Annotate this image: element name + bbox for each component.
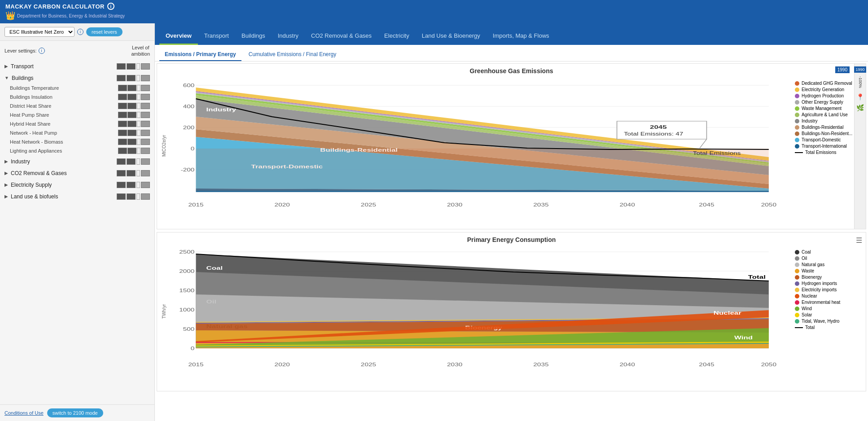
switch-2100-button[interactable]: switch to 2100 mode	[47, 408, 103, 417]
lever-group-buildings: ▼ Buildings Buildings Temperature	[0, 73, 154, 155]
nav-imports[interactable]: Imports, Map & Flows	[487, 27, 556, 45]
chart1-right-panel: 1990 -100% 📍 🌿	[854, 64, 866, 229]
svg-text:500: 500	[183, 327, 195, 332]
heat-network-biomass-label: Heat Network - Biomass	[10, 139, 63, 145]
ghg-chart-title: Greenhouse Gas Emissions	[157, 64, 866, 76]
nav-buildings[interactable]: Buildings	[235, 27, 272, 45]
svg-text:2035: 2035	[533, 202, 548, 208]
badge-1990-right[interactable]: 1990	[854, 66, 866, 73]
pathway-selector[interactable]: ESC Illustrative Net Zero Custom	[4, 27, 75, 37]
svg-text:2030: 2030	[447, 202, 462, 208]
buildings-insulation-label: Buildings Insulation	[10, 94, 53, 100]
subtab-cumulative[interactable]: Cumulative Emissions / Final Energy	[243, 48, 342, 61]
legend-natural-gas: Natural gas	[795, 262, 861, 267]
legend-waste: Waste	[795, 268, 861, 273]
lever-group-industry: ▶ Industry	[0, 156, 154, 167]
svg-text:2045: 2045	[699, 202, 714, 208]
network-heat-pump-label: Network - Heat Pump	[10, 130, 57, 136]
nav-industry[interactable]: Industry	[272, 27, 305, 45]
lever-group-buildings-label: Buildings	[12, 75, 34, 81]
legend-wind: Wind	[795, 306, 861, 311]
energy-legend: Coal Oil Natural gas Waste	[789, 250, 861, 377]
energy-y-label: TWh/yr	[162, 245, 167, 377]
sidebar-footer: Conditions of Use switch to 2100 mode	[0, 404, 154, 421]
heat-pump-slider[interactable]	[118, 112, 150, 118]
lever-group-electricity-label: Electricity Supply	[11, 182, 52, 188]
lighting-slider[interactable]	[118, 148, 150, 154]
buildings-slider[interactable]	[117, 75, 150, 81]
landuse-slider[interactable]	[117, 193, 150, 200]
lever-group-transport-header[interactable]: ▶ Transport	[0, 61, 154, 72]
buildings-temp-label: Buildings Temperature	[10, 85, 59, 91]
lever-group-transport: ▶ Transport	[0, 61, 154, 72]
lever-group-industry-label: Industry	[11, 158, 30, 165]
lever-group-landuse: ▶ Land use & biofuels	[0, 191, 154, 202]
legend-ghg-removal: Dedicated GHG Removal	[795, 81, 861, 86]
svg-text:2500: 2500	[179, 250, 194, 255]
buildings-temp-slider[interactable]	[118, 85, 150, 91]
svg-text:1000: 1000	[179, 307, 194, 313]
svg-text:2050: 2050	[761, 202, 776, 208]
svg-text:Total Emissions:  47: Total Emissions: 47	[624, 132, 683, 137]
lever-header: Lever settings: i Level ofambition	[0, 41, 154, 59]
badge-100pct[interactable]: -100%	[858, 76, 863, 88]
hybrid-heat-slider[interactable]	[118, 121, 150, 127]
badge-1990[interactable]: 1990	[835, 66, 850, 73]
legend-agriculture: Agriculture & Land Use	[795, 112, 861, 117]
svg-text:2040: 2040	[620, 202, 635, 208]
co2-slider[interactable]	[117, 170, 150, 176]
network-heat-pump-slider[interactable]	[118, 130, 150, 136]
lever-info-icon[interactable]: i	[39, 48, 45, 54]
lever-group-electricity-header[interactable]: ▶ Electricity Supply	[0, 180, 154, 190]
nav-overview[interactable]: Overview	[159, 27, 198, 45]
nav-electricity[interactable]: Electricity	[378, 27, 416, 45]
energy-svg: 2500 2000 1500 1000 500 0 Coal	[168, 245, 789, 373]
legend-solar: Solar	[795, 312, 861, 317]
industry-slider[interactable]	[117, 158, 150, 165]
energy-chart-title: Primary Energy Consumption	[157, 232, 866, 245]
ghg-y-label: MtCO2e/yr	[162, 76, 167, 215]
buildings-insulation-slider[interactable]	[118, 94, 150, 100]
svg-line-29	[700, 139, 706, 148]
svg-text:Wind: Wind	[734, 335, 753, 340]
nav-land-use[interactable]: Land Use & Bioenergy	[416, 27, 487, 45]
app-info-icon[interactable]: i	[107, 3, 114, 10]
selector-info-icon[interactable]: i	[77, 29, 83, 35]
reset-levers-button[interactable]: reset levers	[86, 27, 123, 36]
svg-text:2015: 2015	[188, 202, 203, 208]
legend-total: Total	[795, 325, 861, 330]
district-heat-label: District Heat Share	[10, 103, 51, 109]
svg-text:2030: 2030	[447, 362, 462, 368]
nav-transport[interactable]: Transport	[198, 27, 235, 45]
app-title: MACKAY CARBON CALCULATOR	[5, 3, 105, 10]
charts-area: Greenhouse Gas Emissions ☰ 1990 MtCO2e/y…	[155, 61, 868, 421]
svg-text:2020: 2020	[275, 202, 290, 208]
lever-group-co2-header[interactable]: ▶ CO2 Removal & Gases	[0, 168, 154, 179]
subtab-emissions[interactable]: Emissions / Primary Energy	[159, 48, 241, 61]
lever-group-landuse-header[interactable]: ▶ Land use & biofuels	[0, 191, 154, 202]
transport-slider[interactable]	[117, 63, 150, 70]
legend-waste: Waste Management	[795, 106, 861, 111]
district-heat-slider[interactable]	[118, 103, 150, 109]
svg-text:200: 200	[183, 125, 195, 131]
energy-chart-menu[interactable]: ☰	[856, 236, 862, 245]
energy-chart: Primary Energy Consumption ☰ TWh/yr	[157, 232, 866, 391]
lever-group-electricity: ▶ Electricity Supply	[0, 180, 154, 190]
legend-hydrogen-imports: Hydrogen imports	[795, 281, 861, 286]
legend-bioenergy: Bioenergy	[795, 275, 861, 280]
svg-text:Total: Total	[748, 274, 766, 280]
chart1-leaf-icon[interactable]: 🌿	[856, 104, 864, 111]
electricity-slider[interactable]	[117, 182, 150, 188]
chart1-pin-icon[interactable]: 📍	[856, 93, 864, 101]
legend-transport-dom: Transport-Domestic	[795, 137, 861, 142]
nav-co2[interactable]: CO2 Removal & Gases	[305, 27, 378, 45]
heat-network-biomass-slider[interactable]	[118, 139, 150, 145]
hybrid-heat-label: Hybrid Heat Share	[10, 121, 51, 127]
ghg-chart-svg-wrapper: MtCO2e/yr 600 400	[157, 76, 866, 220]
dept-label: Department for Business, Energy & Indust…	[17, 13, 125, 18]
legend-tidal: Tidal, Wave, Hydro	[795, 319, 861, 324]
lever-group-industry-header[interactable]: ▶ Industry	[0, 156, 154, 167]
conditions-link[interactable]: Conditions of Use	[4, 410, 44, 416]
lever-group-buildings-header[interactable]: ▼ Buildings	[0, 73, 154, 83]
legend-electricity-imports: Electricity imports	[795, 287, 861, 292]
